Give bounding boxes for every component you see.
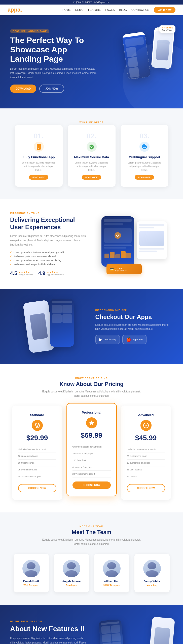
team-avatar-4 — [143, 560, 161, 577]
new-features-phone-2 — [148, 617, 175, 644]
feature-card-2: 02. Maximum Secure Data Lorem ipsum du, … — [68, 125, 116, 187]
pricing-price-professional: $69.99 — [72, 431, 111, 439]
feature-card-3: 03. Aa Multilingual Support Lorem ipsum … — [121, 125, 168, 187]
team-title: Meet The Team — [10, 529, 173, 536]
feature-title-3: Multilingual Support — [126, 155, 163, 159]
new-features-desc: Et quis posuere et Dignissim du, rutre M… — [10, 636, 88, 644]
pricing-btn-standard[interactable]: CHOOSE NOW — [18, 484, 56, 492]
delivering-section: INTRODUCTION TO US Delivering Exceptiona… — [0, 199, 183, 289]
hero-join-button[interactable]: JOIN NOW — [39, 85, 64, 93]
team-role-4: Marketing — [138, 584, 166, 586]
hero-phone-1 — [122, 32, 151, 80]
checkout-tag: INTRODUCING OUR APP — [95, 309, 173, 311]
pricing-card-professional: Professional $69.99 Unlimited access for… — [66, 403, 117, 496]
checkout-text: INTRODUCING OUR APP Checkout Our Appa Et… — [95, 309, 173, 344]
pricing-desc: Et quis posuere et Dignissim du, rutre M… — [41, 389, 142, 398]
delivering-text: INTRODUCTION TO US Delivering Exceptiona… — [10, 212, 88, 276]
hero-section: BEST APP LANDING PAGE The Perfect Way To… — [0, 15, 183, 108]
nav-home[interactable]: HOME — [62, 8, 71, 11]
svg-rect-1 — [37, 144, 41, 150]
top-bar-phone: +1 (800) 123-4567 — [73, 1, 92, 4]
hero-phone-2 — [151, 27, 175, 69]
apple-icon: 🍎 — [126, 337, 131, 342]
hero-download-button[interactable]: DOWNLOAD — [10, 85, 36, 93]
store-buttons: ▶ Google Play 🍎 App Store — [95, 335, 173, 344]
features-section: WHAT WE OFFER 01. Fully Functional App L… — [0, 108, 183, 199]
pricing-features-professional: Unlimited access for a month 25 customiz… — [72, 444, 111, 477]
team-card-1: Donald Huff Web Designer — [14, 554, 49, 592]
nav-cta-button[interactable]: Get It Now — [154, 7, 175, 13]
pricing-tag: KNOW ABOUT PRICING — [10, 377, 173, 379]
feature-text-1: Lorem ipsum du, rutre Maecenas adipiscin… — [20, 161, 57, 172]
new-features-title: About New Features !! — [10, 625, 88, 633]
nav-demo[interactable]: DEMO — [75, 8, 84, 11]
phone-notch — [130, 34, 137, 35]
pricing-btn-advanced[interactable]: CHOOSE NOW — [127, 484, 165, 492]
checkout-phones — [10, 299, 88, 354]
nav-contact[interactable]: CONTACT US — [131, 8, 149, 11]
feature-num-2: 02. — [73, 132, 110, 140]
feature-link-2[interactable]: READ MORE — [82, 175, 101, 180]
nav-feature[interactable]: FEATURE — [88, 8, 101, 11]
pricing-plan-professional: Professional — [72, 411, 111, 414]
team-grid: Donald Huff Web Designer Angela Moore De… — [10, 554, 173, 592]
feature-link-3[interactable]: READ MORE — [135, 175, 154, 180]
new-features-phone-1 — [98, 619, 125, 644]
rating-1: 4.5 ★★★★★ Google Reviews — [10, 270, 33, 276]
pricing-plan-advanced: Advanced — [127, 413, 165, 417]
google-play-icon: ▶ — [99, 337, 102, 342]
nav-blog[interactable]: BLOG — [119, 8, 127, 11]
new-features-section: BE THE FIRST TO KNOW About New Features … — [0, 605, 183, 644]
nav-links: HOME DEMO FEATURE PAGES BLOG CONTACT US … — [62, 7, 175, 13]
hero-tag: BEST APP LANDING PAGE — [10, 29, 49, 33]
svg-point-4 — [38, 148, 39, 149]
nav-pages[interactable]: PAGES — [105, 8, 115, 11]
delivering-list: Lorem ipsum du, rutre Maecenas adipiscin… — [10, 250, 88, 266]
features-tag: WHAT WE OFFER — [10, 121, 173, 124]
feature-link-1[interactable]: READ MORE — [29, 175, 48, 180]
pricing-features-advanced: Unlimited access for a month 20 customiz… — [127, 446, 165, 480]
svg-text:Aa: Aa — [143, 146, 146, 148]
rating-1-num: 4.5 — [10, 270, 17, 276]
checkout-desc: Et quis posuere et Dignissim du, rutre M… — [95, 323, 173, 331]
feature-icon-3: Aa — [139, 141, 150, 152]
svg-marker-10 — [89, 420, 94, 425]
new-features-tag: BE THE FIRST TO KNOW — [10, 620, 88, 623]
feature-num-3: 03. — [126, 132, 163, 140]
rating-1-label: Google Reviews — [19, 273, 33, 276]
pricing-cards: Standard $29.99 Unlimited access for a m… — [10, 406, 173, 500]
hero-desc: Lorem ipsum et Dignissim du, rutre Maece… — [10, 67, 100, 79]
team-card-4: Jenny White Marketing — [134, 554, 170, 592]
team-role-3: UI/UX Designer — [98, 584, 125, 586]
pricing-btn-professional[interactable]: CHOOSE NOW — [72, 481, 111, 489]
pricing-section: KNOW ABOUT PRICING Know About Our Pricin… — [0, 364, 183, 512]
team-name-1: Donald Huff — [18, 580, 45, 583]
new-features-text: BE THE FIRST TO KNOW About New Features … — [10, 620, 88, 644]
svg-point-11 — [143, 423, 149, 428]
navbar: appa. HOME DEMO FEATURE PAGES BLOG CONTA… — [0, 5, 183, 15]
feature-text-2: Lorem ipsum du, rutre Maecenas adipiscin… — [73, 161, 110, 172]
feature-num-1: 01. — [20, 132, 57, 140]
rating-1-stars: ★★★★★ — [19, 271, 33, 273]
team-name-3: William Hart — [98, 580, 125, 583]
checkout-title: Checkout Our Appa — [95, 313, 173, 320]
google-play-button[interactable]: ▶ Google Play — [95, 335, 120, 344]
app-store-button[interactable]: 🍎 App Store — [122, 335, 147, 344]
nav-logo: appa. — [8, 7, 22, 13]
delivering-image: 💳 **** 4521 Expires 12/28 — [95, 216, 173, 272]
team-section: MEET OUR TEAM Meet The Team Et quis posu… — [0, 512, 183, 605]
rating-2-label: App Store Reviews — [47, 273, 64, 276]
pricing-price-standard: $29.99 — [18, 434, 56, 442]
delivering-tag: INTRODUCTION TO US — [10, 212, 88, 214]
rating-2-num: 4.9 — [38, 270, 45, 276]
team-tag: MEET OUR TEAM — [10, 525, 173, 528]
delivering-item-2: Sodales ut porta purus accumsan eleifend — [10, 254, 88, 258]
team-card-3: William Hart UI/UX Designer — [94, 554, 129, 592]
team-card-2: Angela Moore Developer — [54, 554, 89, 592]
new-features-phones — [95, 618, 173, 644]
hero-phone-mockup: ★ TRENDING App of Year — [123, 28, 173, 93]
pricing-title: Know About Our Pricing — [10, 381, 173, 387]
team-name-2: Angela Moore — [58, 580, 85, 583]
team-role-1: Web Designer — [18, 584, 45, 586]
feature-icon-1 — [33, 141, 44, 152]
